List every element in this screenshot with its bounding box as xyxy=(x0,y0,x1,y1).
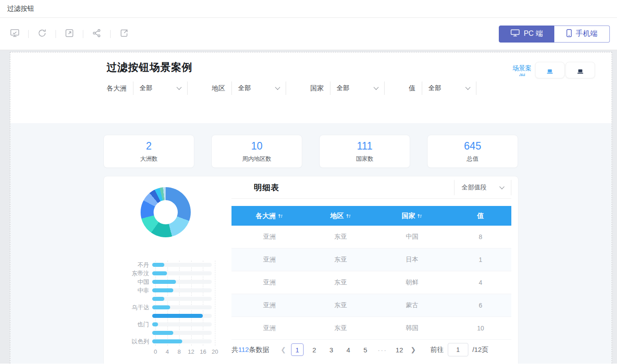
table-header-row: 各大洲地区国家值 xyxy=(231,206,511,226)
detail-header: 明细表 全部值段 xyxy=(231,176,511,199)
sort-icon[interactable] xyxy=(278,212,283,220)
scene-thumbnail[interactable] xyxy=(566,62,595,78)
table-cell: 日本 xyxy=(374,256,450,264)
bar[interactable] xyxy=(152,314,203,318)
goto-page-input[interactable] xyxy=(448,343,468,356)
refresh-icon xyxy=(37,28,47,40)
table-cell: 中国 xyxy=(374,233,450,241)
table-header-1[interactable]: 地区 xyxy=(307,206,374,226)
fullscreen-button[interactable] xyxy=(62,26,77,42)
page-button-4[interactable]: 4 xyxy=(342,343,355,356)
bar[interactable] xyxy=(152,339,182,343)
laptop-icon xyxy=(577,68,584,76)
goto-page: 前往 /12页 xyxy=(430,343,488,356)
scene-thumbnail-active[interactable] xyxy=(535,62,565,78)
bar[interactable] xyxy=(152,280,176,284)
bar-chart: 不丹东帝汶中国中非乌干达也门以色列 048121620 xyxy=(104,261,231,355)
filter-dropdown-2[interactable]: 全部 xyxy=(330,81,385,95)
export-button[interactable] xyxy=(116,26,132,42)
bar-plot xyxy=(152,271,212,275)
detail-card: 不丹东帝汶中国中非乌干达也门以色列 048121620 明细表 全部值段 各大洲… xyxy=(103,176,518,364)
column-label: 地区 xyxy=(330,212,344,220)
pc-view-label: PC 端 xyxy=(524,29,543,39)
preview-button[interactable] xyxy=(7,26,22,42)
toolbar-separator xyxy=(28,30,29,38)
table-cell: 4 xyxy=(450,279,512,286)
mobile-view-label: 手机端 xyxy=(576,29,597,39)
bar-category-label: 以色列 xyxy=(104,338,152,346)
filter-value: 全部 xyxy=(428,84,441,92)
filter-dropdown-1[interactable]: 全部 xyxy=(231,81,286,95)
mobile-view-button[interactable]: 手机端 xyxy=(554,26,610,43)
bar-row xyxy=(104,295,231,303)
filter-dropdown-0[interactable]: 全部 xyxy=(133,81,188,95)
bar-category-label: 中国 xyxy=(104,278,152,286)
page-button-3[interactable]: 3 xyxy=(325,343,338,356)
table-row: 亚洲东亚中国8 xyxy=(231,226,511,248)
filter-group-3: 值全部 xyxy=(409,81,476,95)
chevron-down-icon xyxy=(176,85,181,90)
bar[interactable] xyxy=(152,271,167,275)
bar[interactable] xyxy=(152,331,173,335)
filter-label: 各大洲 xyxy=(107,84,127,93)
share-button[interactable] xyxy=(89,26,104,42)
pagination: 共112条数据 ❮ 12345···12 ❯ 前往 /12页 xyxy=(231,343,511,356)
bar[interactable] xyxy=(152,297,164,301)
table-cell: 亚洲 xyxy=(231,301,307,309)
sort-icon[interactable] xyxy=(346,212,351,220)
preview-icon xyxy=(10,28,20,40)
next-page-icon[interactable]: ❯ xyxy=(408,343,419,356)
hero-section: 过滤按钮场景案例 各大洲全部地区全部国家全部值全部 场景案例 xyxy=(10,52,612,123)
bar-category-label: 中非 xyxy=(104,287,152,295)
page-button-12[interactable]: 12 xyxy=(393,343,406,356)
more-pages-button[interactable]: ··· xyxy=(376,343,389,356)
page-button-1[interactable]: 1 xyxy=(291,343,304,356)
bar-category-label: 乌干达 xyxy=(104,304,152,312)
page-button-2[interactable]: 2 xyxy=(308,343,321,356)
toolbar-separator xyxy=(83,30,83,38)
field-filter-value: 全部值段 xyxy=(462,184,487,192)
bar-row xyxy=(104,329,231,337)
chevron-down-icon xyxy=(373,85,378,90)
fullscreen-icon xyxy=(64,28,74,40)
page-button-5[interactable]: 5 xyxy=(359,343,372,356)
axis-tick-label: 0 xyxy=(154,348,157,355)
bar[interactable] xyxy=(152,305,170,309)
bar[interactable] xyxy=(152,322,158,326)
pc-view-button[interactable]: PC 端 xyxy=(499,26,554,43)
stat-card-2: 111国家数 xyxy=(319,135,410,168)
total-count: 112 xyxy=(238,346,249,353)
filter-group-1: 地区全部 xyxy=(212,81,286,95)
table-cell: 韩国 xyxy=(374,324,450,332)
filter-label: 值 xyxy=(409,84,416,93)
donut-hole xyxy=(154,200,178,224)
bar-row: 以色列 xyxy=(104,337,231,346)
table-header-0[interactable]: 各大洲 xyxy=(231,206,307,226)
axis-tick-label: 12 xyxy=(188,348,194,355)
table-cell: 10 xyxy=(450,325,512,332)
filter-dropdown-3[interactable]: 全部 xyxy=(422,81,476,95)
export-icon xyxy=(119,28,129,40)
bar-row: 也门 xyxy=(104,320,231,329)
table-header-2[interactable]: 国家 xyxy=(374,206,450,226)
filter-value: 全部 xyxy=(140,84,152,92)
column-label: 各大洲 xyxy=(256,212,276,220)
field-filter-dropdown[interactable]: 全部值段 xyxy=(454,180,511,195)
bar[interactable] xyxy=(152,288,173,292)
sort-icon[interactable] xyxy=(417,212,422,220)
share-icon xyxy=(92,28,102,40)
filter-group-0: 各大洲全部 xyxy=(107,81,188,95)
table-cell: 8 xyxy=(450,233,512,240)
table-cell: 东亚 xyxy=(307,233,374,241)
toolbar-separator xyxy=(56,30,56,38)
scene-switcher-label[interactable]: 场景案例 xyxy=(512,64,532,76)
scene-switcher: 场景案例 xyxy=(512,62,595,78)
refresh-button[interactable] xyxy=(34,26,50,42)
bar[interactable] xyxy=(152,263,164,267)
chevron-down-icon xyxy=(275,85,280,90)
goto-label: 前往 xyxy=(430,346,444,354)
table-column: 明细表 全部值段 各大洲地区国家值 亚洲东亚中国8亚洲东亚日本1亚洲东亚朝鲜4亚… xyxy=(231,176,518,364)
prev-page-icon[interactable]: ❮ xyxy=(278,343,289,356)
axis-tick-label: 8 xyxy=(178,348,181,355)
bar-row: 中非 xyxy=(104,286,231,295)
